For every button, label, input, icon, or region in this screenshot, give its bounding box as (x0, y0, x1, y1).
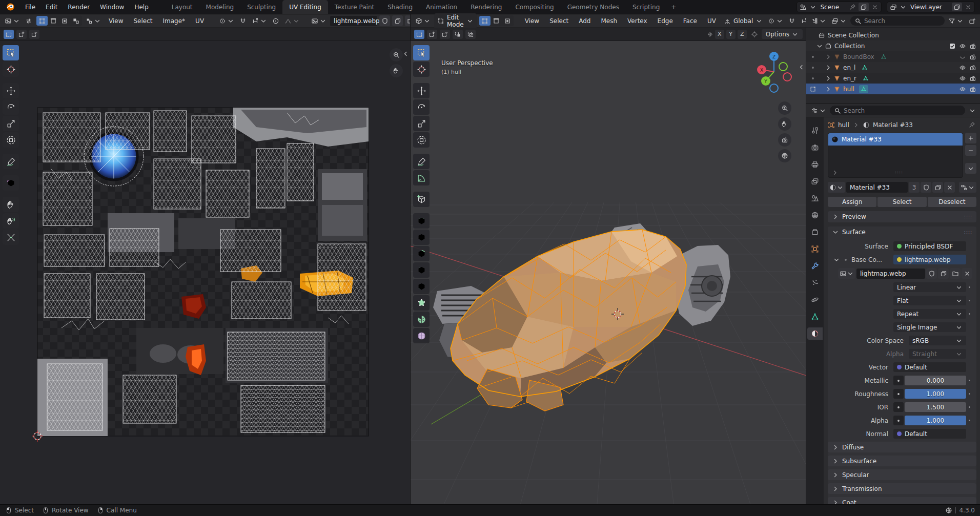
uv-image-fake-user-button[interactable] (379, 15, 390, 26)
tab-animation[interactable]: Animation (419, 0, 464, 14)
vp-tool-cursor[interactable] (413, 61, 430, 77)
deselect-button[interactable]: Deselect (928, 197, 976, 207)
material-name-field[interactable]: Material #33 (846, 182, 908, 193)
camera-restrict-icon[interactable] (969, 64, 976, 71)
uv-image-browse-dropdown[interactable] (310, 16, 328, 26)
fake-user-button[interactable] (921, 182, 931, 193)
node-tree-dropdown[interactable] (959, 182, 976, 193)
socket-button[interactable] (893, 376, 904, 385)
disclosure-icon[interactable] (825, 64, 832, 71)
tab-particles[interactable] (807, 277, 823, 289)
list-grip-icon[interactable] (831, 169, 839, 176)
color-space-dropdown[interactable]: sRGB (909, 336, 966, 345)
menu-help[interactable]: Help (129, 0, 153, 14)
socket-button[interactable] (893, 389, 904, 399)
viewport-nav-gizmo[interactable]: Z X Y (750, 48, 798, 95)
menu-window[interactable]: Window (95, 0, 129, 14)
alpha-mode-dropdown[interactable]: Straight (909, 349, 966, 359)
blender-logo-icon[interactable] (0, 0, 20, 14)
pin-icon[interactable] (849, 4, 856, 11)
tab-geometry-nodes[interactable]: Geometry Nodes (561, 0, 626, 14)
tab-object-data[interactable] (807, 311, 823, 323)
source-dropdown[interactable]: Single Image (893, 322, 966, 332)
properties-filter-dropdown[interactable] (967, 106, 977, 115)
uv-select-mode-edge[interactable] (48, 16, 59, 26)
image-open-button[interactable] (950, 268, 961, 279)
uv-tool-move[interactable] (3, 83, 19, 98)
scene-selector[interactable]: Scene (797, 2, 882, 12)
vp-menu-vertex[interactable]: Vertex (623, 16, 651, 26)
ior-slider[interactable]: 1.500 (905, 402, 966, 412)
scene-unlink-icon[interactable] (871, 4, 879, 11)
disclosure-icon[interactable] (825, 53, 832, 60)
pivot-point-dropdown[interactable] (766, 16, 785, 26)
uv-select-mode-face[interactable] (59, 16, 70, 26)
uv-tool-rip-region[interactable]: g fill="none" stroke="#d8d8d8" stroke-wi… (3, 175, 19, 191)
vp-perspective-toggle-button[interactable] (778, 149, 791, 162)
vp-select-new-button[interactable] (414, 30, 424, 39)
vp-tool-transform[interactable] (413, 132, 430, 148)
outliner-filter-dropdown[interactable] (947, 16, 965, 26)
tab-object[interactable] (807, 243, 823, 255)
vp-tool-smooth[interactable] (413, 328, 430, 343)
uv-canvas[interactable]: g fill="none" stroke="#d8d8d8" stroke-wi… (0, 41, 410, 504)
uv-tool-relax[interactable] (3, 213, 19, 229)
mirror-y-button[interactable]: Y (726, 30, 736, 39)
tab-world[interactable] (807, 209, 823, 221)
tab-modeling[interactable]: Modeling (199, 0, 241, 14)
eye-closed-icon[interactable] (959, 53, 966, 60)
vp-sidebar-collapse-arrow[interactable] (798, 64, 805, 72)
vp-tool-spin[interactable] (413, 312, 430, 327)
mirror-x-button[interactable]: X (715, 30, 724, 39)
vp-menu-face[interactable]: Face (679, 16, 701, 26)
select-mode-face[interactable] (502, 16, 513, 26)
outliner-row-boundbox[interactable]: BoundBox (806, 51, 980, 62)
add-workspace-button[interactable]: + (666, 0, 681, 14)
normal-link-button[interactable]: Default (893, 429, 966, 439)
vp-tool-measure[interactable] (413, 170, 430, 185)
material-copy-button[interactable] (932, 182, 943, 193)
uv-tool-scale[interactable] (3, 116, 19, 131)
breadcrumb-material[interactable]: Material #33 (873, 121, 913, 129)
pin-icon[interactable] (968, 121, 975, 129)
uv-select-mode-island[interactable] (70, 16, 81, 26)
menu-render[interactable]: Render (63, 0, 95, 14)
base-color-link-button[interactable]: lightmap.webp (893, 255, 966, 264)
preview-section-header[interactable]: Preview :::: (828, 211, 976, 222)
uv-pivot-dropdown[interactable] (217, 16, 236, 26)
uv-menu-view[interactable]: View (105, 16, 127, 26)
options-dropdown[interactable]: Options (762, 29, 803, 39)
uv-select-subtract-button[interactable] (29, 30, 39, 39)
view-layer-copy-button[interactable] (952, 3, 962, 11)
outliner-row-en-l[interactable]: en_l (806, 62, 980, 73)
uv-zoom-button[interactable] (390, 48, 403, 61)
material-unlink-button[interactable] (944, 182, 955, 193)
vp-tool-loop-cut[interactable]: g fill="none" stroke="#d8d8d8" stroke-wi… (413, 262, 430, 278)
image-browse-dropdown[interactable] (838, 268, 855, 279)
vp-select-subtract-button[interactable] (440, 30, 450, 39)
uv-tool-select-box[interactable] (3, 45, 19, 60)
socket-button[interactable] (893, 402, 904, 412)
snap-base-icon[interactable] (751, 31, 758, 38)
uv-image-name-field[interactable]: lightmap.webp (330, 16, 377, 26)
eye-icon[interactable] (959, 86, 966, 93)
vp-tool-bevel[interactable]: g fill="none" stroke="#d8d8d8" stroke-wi… (413, 246, 430, 261)
material-browse-dropdown[interactable] (828, 182, 845, 193)
uv-tool-annotate[interactable] (3, 154, 19, 169)
assign-button[interactable]: Assign (828, 197, 876, 207)
uv-proportional-toggle[interactable] (271, 16, 281, 26)
metallic-slider[interactable]: 0.000 (905, 376, 966, 385)
view-layer-selector[interactable]: ViewLayer (887, 2, 975, 12)
material-slot-active[interactable]: Material #33 (828, 133, 963, 146)
tab-rendering[interactable]: Rendering (464, 0, 508, 14)
uv-tool-rotate[interactable] (3, 99, 19, 115)
vp-menu-mesh[interactable]: Mesh (597, 16, 621, 26)
vp-select-intersect-button[interactable] (465, 30, 476, 39)
add-slot-button[interactable] (965, 133, 976, 143)
interpolation-dropdown[interactable]: Linear (893, 282, 966, 292)
uv-pan-button[interactable] (390, 64, 403, 77)
disclosure-open-icon[interactable] (833, 256, 840, 263)
outliner-row-collection[interactable]: Collection (806, 40, 980, 51)
properties-search-input[interactable]: Search (830, 106, 965, 115)
vp-tool-extrude[interactable]: g fill="none" stroke="#d8d8d8" stroke-wi… (413, 213, 430, 229)
